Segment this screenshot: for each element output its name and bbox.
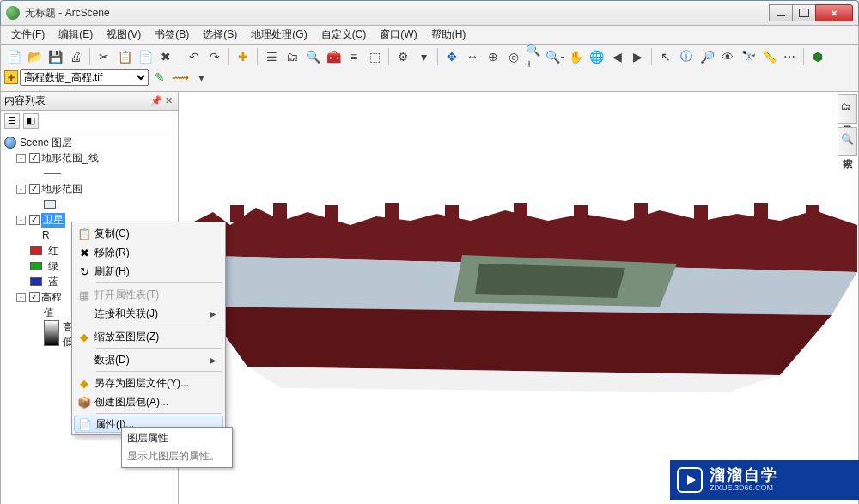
ctx-remove[interactable]: ✖移除(R) — [74, 243, 223, 262]
menubar: 文件(F) 编辑(E) 视图(V) 书签(B) 选择(S) 地理处理(G) 自定… — [0, 26, 859, 45]
search-tab[interactable]: 🔍搜索 — [838, 127, 857, 156]
properties-icon: 📄 — [75, 418, 95, 431]
ctx-copy[interactable]: 📋复制(C) — [74, 224, 223, 243]
right-docked-panels: 🗂目录 🔍搜索 — [838, 94, 857, 156]
ctx-save-as-layer[interactable]: ◆另存为图层文件(Y)... — [74, 373, 223, 392]
svg-rect-6 — [230, 205, 244, 222]
georef-tool3[interactable]: ▾ — [192, 68, 210, 87]
cube-button[interactable]: ⬢ — [808, 47, 827, 66]
checkbox[interactable] — [29, 153, 40, 163]
green-swatch — [30, 262, 42, 270]
open-button[interactable]: 📂 — [25, 47, 44, 66]
fly-button[interactable]: ↔ — [463, 47, 482, 66]
wide-fov-button[interactable]: ▶ — [628, 47, 647, 66]
add-data-button[interactable]: ✚ — [234, 47, 253, 66]
catalog-button[interactable]: 🗂 — [283, 47, 302, 66]
root-label: Scene 图层 — [20, 136, 72, 150]
select-button[interactable]: ↖ — [656, 47, 675, 66]
toc-view-buttons: ☰ ◧ — [1, 111, 178, 131]
copy-icon: 📋 — [74, 228, 94, 240]
toc-list-by-drawing[interactable]: ☰ — [4, 113, 20, 129]
copy-button[interactable]: 📋 — [115, 47, 134, 66]
print-button[interactable]: 🖨 — [66, 47, 85, 66]
ctx-zoom-to-layer[interactable]: ◆缩放至图层(Z) — [74, 327, 223, 346]
window-maximize-button[interactable] — [792, 4, 816, 21]
ctx-create-package[interactable]: 📦创建图层包(A)... — [74, 392, 223, 411]
ruler-button[interactable]: 📏 — [759, 47, 778, 66]
add-layer-icon: ✚ — [4, 70, 18, 84]
checkbox[interactable] — [29, 215, 40, 225]
submenu-arrow-icon: ▶ — [210, 309, 216, 319]
navigate-button[interactable]: ✥ — [442, 47, 461, 66]
modelbuilder-button[interactable]: ⬚ — [365, 47, 384, 66]
layer-label: 卫星 — [41, 213, 65, 228]
redo-button[interactable]: ↷ — [205, 47, 224, 66]
checkbox[interactable] — [29, 292, 40, 302]
tree-node-terrain-line[interactable]: - 地形范围_线 — [3, 150, 176, 166]
pan-button[interactable]: ✋ — [566, 47, 585, 66]
menu-selection[interactable]: 选择(S) — [198, 26, 242, 44]
subtool2[interactable]: ▾ — [414, 47, 433, 66]
paste-button[interactable]: 📄 — [136, 47, 155, 66]
zoomout-button[interactable]: 🔍- — [545, 47, 564, 66]
expander-icon[interactable]: - — [16, 185, 26, 194]
scene-viewport[interactable] — [179, 92, 858, 504]
window-title: 无标题 - ArcScene — [25, 6, 770, 21]
full-extent-button[interactable]: 🌐 — [587, 47, 606, 66]
undo-button[interactable]: ↶ — [185, 47, 204, 66]
menu-file[interactable]: 文件(F) — [6, 26, 50, 44]
delete-button[interactable]: ✖ — [156, 47, 175, 66]
target-button[interactable]: ◎ — [504, 47, 523, 66]
time-button[interactable]: ⋯ — [780, 47, 799, 66]
menu-view[interactable]: 视图(V) — [101, 26, 146, 44]
toolbox-button[interactable]: 🧰 — [324, 47, 343, 66]
ctx-data[interactable]: 数据(D)▶ — [74, 350, 223, 369]
save-button[interactable]: 💾 — [46, 47, 64, 66]
checkbox[interactable] — [29, 184, 40, 194]
narrow-fov-button[interactable]: ◀ — [607, 47, 626, 66]
ctx-refresh[interactable]: ↻刷新(H) — [74, 262, 223, 281]
zoomin-button[interactable]: 🔍+ — [525, 47, 544, 66]
tree-root[interactable]: Scene 图层 — [3, 135, 176, 150]
app-icon — [6, 6, 20, 20]
identify-button[interactable]: ⓘ — [677, 47, 696, 66]
measure-button[interactable]: 🔎 — [698, 47, 716, 66]
window-titlebar: 无标题 - ArcScene — [0, 0, 859, 26]
menu-customize[interactable]: 自定义(C) — [316, 26, 372, 44]
menu-bookmarks[interactable]: 书签(B) — [149, 26, 194, 44]
subtool1[interactable]: ⚙ — [393, 47, 412, 66]
binoculars-button[interactable]: 🔭 — [739, 47, 758, 66]
find-button[interactable]: 👁 — [718, 47, 737, 66]
georef-tool1[interactable]: ✎ — [150, 68, 169, 87]
layer-combo[interactable]: ✚ 高程数据_高程.tif — [4, 69, 149, 86]
menu-edit[interactable]: 编辑(E) — [53, 26, 98, 44]
terrain-render — [179, 92, 857, 504]
layer-select[interactable]: 高程数据_高程.tif — [20, 69, 149, 86]
window-close-button[interactable] — [815, 4, 853, 21]
georef-tool2[interactable]: ⟿ — [171, 68, 190, 87]
tree-node-terrain[interactable]: - 地形范围 — [3, 181, 176, 197]
globe-icon — [4, 137, 16, 149]
cut-button[interactable]: ✂ — [94, 47, 113, 66]
center-button[interactable]: ⊕ — [484, 47, 503, 66]
toc-close-icon[interactable]: ✕ — [162, 95, 174, 106]
ctx-join-relate[interactable]: 连接和关联(J)▶ — [74, 304, 223, 323]
svg-rect-9 — [385, 203, 399, 221]
watermark-brand: 溜溜自学 — [710, 467, 778, 484]
menu-geoprocessing[interactable]: 地理处理(G) — [246, 26, 312, 44]
toc-list-by-source[interactable]: ◧ — [23, 113, 39, 129]
menu-windows[interactable]: 窗口(W) — [375, 26, 422, 44]
expander-icon[interactable]: - — [16, 216, 26, 225]
python-button[interactable]: ≡ — [344, 47, 363, 66]
expander-icon[interactable]: - — [16, 154, 26, 163]
new-button[interactable]: 📄 — [4, 47, 23, 66]
tooltip: 图层属性 显示此图层的属性。 — [121, 427, 233, 468]
window-minimize-button[interactable] — [769, 4, 793, 21]
menu-help[interactable]: 帮助(H) — [426, 26, 472, 44]
toc-pin-icon[interactable]: 📌 — [150, 95, 162, 106]
catalog-tab[interactable]: 🗂目录 — [838, 94, 857, 124]
search-window-button[interactable]: 🔍 — [303, 47, 322, 66]
tooltip-title: 图层属性 — [127, 431, 227, 446]
expander-icon[interactable]: - — [16, 293, 26, 302]
toc-button[interactable]: ☰ — [262, 47, 281, 66]
